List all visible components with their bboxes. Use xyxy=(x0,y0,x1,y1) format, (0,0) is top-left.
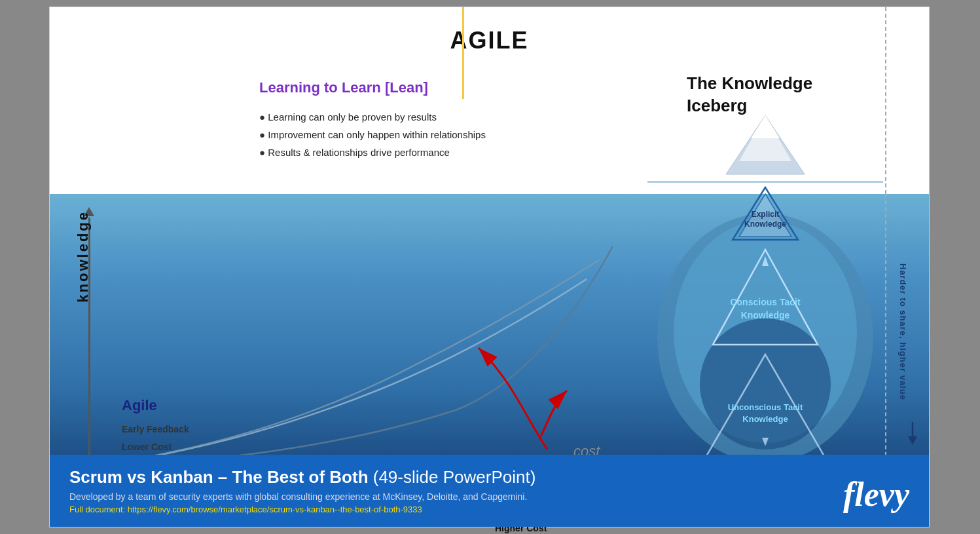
lean-bullet-3: Results & relationships drive performanc… xyxy=(259,143,626,161)
svg-text:Conscious Tacit: Conscious Tacit xyxy=(730,297,800,307)
knowledge-text: knowledge xyxy=(75,210,92,303)
right-label: Harder to share, higher value xyxy=(898,263,908,400)
svg-rect-7 xyxy=(647,181,883,183)
svg-text:Knowledge: Knowledge xyxy=(741,310,790,320)
footer: Scrum vs Kanban – The Best of Both (49-s… xyxy=(50,455,929,527)
right-dotted-border xyxy=(885,7,886,194)
main-title: AGILE xyxy=(50,7,929,54)
lean-section: Learning to Learn [Lean] Learning can on… xyxy=(259,79,626,161)
footer-link: Full document: https://flevy.com/browse/… xyxy=(69,505,909,514)
agile-item-2: Lower Cost xyxy=(122,438,292,456)
footer-title-rest: (49-slide PowerPoint) xyxy=(369,467,536,487)
agile-subtitle: Agile xyxy=(122,397,292,414)
iceberg-svg: Explicit Knowledge Conscious Tacit Knowl… xyxy=(647,109,883,469)
lean-title: Learning to Learn [Lean] xyxy=(259,79,626,96)
lean-bullet-2: Improvement can only happen within relat… xyxy=(259,126,626,143)
svg-marker-3 xyxy=(908,436,917,445)
lean-bullets: Learning can only be proven by results I… xyxy=(259,108,626,161)
svg-text:Knowledge: Knowledge xyxy=(742,414,788,424)
svg-text:Knowledge: Knowledge xyxy=(744,219,786,229)
footer-title-bold: Scrum vs Kanban – The Best of Both xyxy=(69,467,369,487)
footer-title: Scrum vs Kanban – The Best of Both (49-s… xyxy=(69,467,909,487)
svg-text:Unconscious Tacit: Unconscious Tacit xyxy=(728,402,803,412)
flevy-logo: flevy xyxy=(843,475,909,514)
svg-marker-6 xyxy=(751,115,780,138)
svg-point-10 xyxy=(700,318,831,449)
footer-subtitle: Developed by a team of security experts … xyxy=(69,491,909,502)
agile-item-1: Early Feedback xyxy=(122,421,292,438)
down-arrow-icon xyxy=(903,422,922,448)
lean-bullet-1: Learning can only be proven by results xyxy=(259,108,626,126)
svg-text:Explicit: Explicit xyxy=(752,210,780,219)
main-container: AGILE Learning to Learn [Lean] Learning … xyxy=(49,7,930,527)
